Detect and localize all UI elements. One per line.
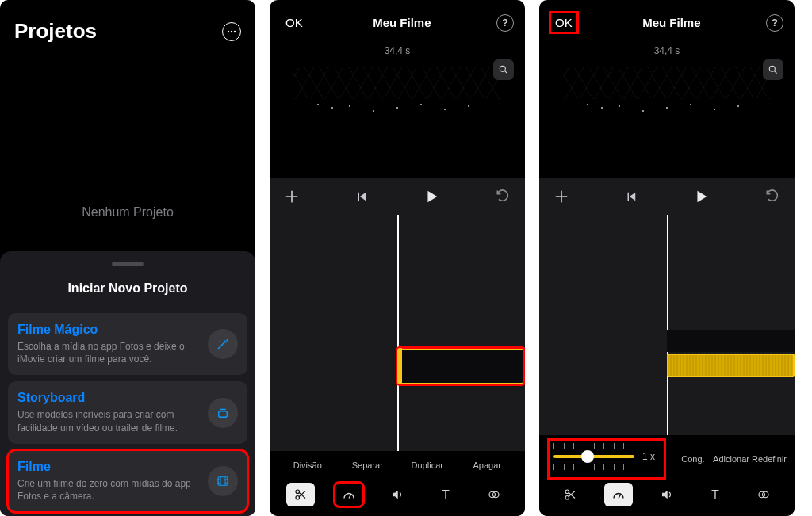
help-button[interactable]: ? (766, 14, 783, 32)
empty-state-label: Nenhum Projeto (0, 55, 255, 251)
ok-button[interactable]: OK (281, 13, 308, 32)
option-desc: Escolha a mídia no app Fotos e deixe o i… (17, 340, 200, 365)
svg-point-1 (231, 30, 232, 32)
speed-strip[interactable] (667, 354, 795, 377)
clip-actions: Divisão Separar Duplicar Apagar (276, 456, 519, 478)
playhead[interactable] (667, 215, 668, 435)
option-title: Storyboard (17, 391, 200, 405)
overlap-circles-icon (487, 487, 501, 502)
plus-icon (284, 189, 300, 204)
speed-slider[interactable] (553, 443, 634, 470)
action-detach[interactable]: Separar (348, 461, 386, 470)
action-duplicate[interactable]: Duplicar (408, 461, 446, 470)
action-add[interactable]: Adicionar (712, 454, 750, 464)
editor-toolbar: 1 x Cong. Adicionar Redefinir (539, 435, 795, 516)
option-movie[interactable]: Filme Crie um filme do zero com mídias d… (8, 450, 247, 512)
speed-slider-wrap: 1 x (549, 440, 665, 478)
option-desc: Use modelos incríveis para criar com fac… (17, 408, 200, 434)
volume-tool[interactable] (383, 483, 412, 506)
sheet-grabber[interactable] (112, 262, 144, 266)
layers-icon (208, 398, 238, 428)
speaker-icon (660, 487, 674, 502)
clip-preview[interactable] (667, 330, 795, 352)
ok-button[interactable]: OK (550, 13, 577, 32)
sheet-title: Iniciar Novo Projeto (8, 281, 247, 296)
scissors-icon (563, 487, 577, 502)
new-project-sheet: Iniciar Novo Projeto Filme Mágico Escolh… (0, 251, 255, 516)
plus-icon (553, 189, 569, 204)
editor-header: OK Meu Filme ? (539, 0, 795, 40)
undo-button[interactable] (764, 189, 780, 204)
speed-tool[interactable] (604, 483, 633, 506)
movie-title: Meu Filme (642, 16, 700, 29)
panel-projects: Projetos Nenhum Projeto Iniciar Novo Pro… (0, 0, 255, 516)
timeline[interactable] (539, 215, 795, 435)
text-tool[interactable] (431, 483, 460, 506)
transport-bar (539, 178, 795, 215)
zoom-button[interactable] (763, 59, 783, 80)
play-button[interactable] (423, 188, 440, 205)
tool-icons (546, 478, 788, 506)
svg-rect-3 (219, 411, 228, 417)
timeline[interactable] (270, 215, 525, 451)
speedometer-icon (611, 487, 626, 502)
tool-icons (276, 478, 519, 506)
svg-point-0 (228, 30, 229, 32)
action-reset[interactable]: Redefinir (750, 454, 788, 464)
time-label: 34,4 s (270, 45, 525, 56)
action-split[interactable]: Divisão (289, 461, 327, 470)
zoom-button[interactable] (493, 59, 514, 80)
rewind-button[interactable] (354, 189, 369, 204)
movie-title: Meu Filme (373, 16, 431, 29)
svg-point-10 (769, 66, 775, 71)
more-button[interactable] (222, 22, 241, 41)
option-desc: Crie um filme do zero com mídias do app … (17, 477, 200, 503)
help-button[interactable]: ? (496, 14, 514, 32)
time-label: 34,4 s (539, 45, 795, 56)
play-icon (692, 188, 710, 205)
magnifier-icon (768, 64, 779, 75)
slider-knob[interactable] (581, 450, 594, 463)
skip-back-icon (624, 189, 638, 204)
editor-toolbar: Divisão Separar Duplicar Apagar (270, 451, 525, 516)
selected-clip[interactable] (397, 348, 524, 384)
scissors-tool[interactable] (556, 483, 584, 506)
action-freeze[interactable]: Cong. (674, 454, 712, 464)
play-button[interactable] (692, 188, 710, 205)
volume-tool[interactable] (653, 483, 681, 506)
skip-back-icon (354, 189, 369, 204)
projects-title: Projetos (14, 19, 97, 44)
text-icon (439, 487, 453, 502)
speaker-icon (390, 487, 404, 502)
rewind-button[interactable] (624, 189, 638, 204)
undo-icon (764, 189, 780, 204)
svg-point-5 (500, 66, 505, 71)
option-title: Filme Mágico (17, 323, 200, 337)
svg-rect-4 (218, 477, 228, 486)
action-delete[interactable]: Apagar (468, 461, 506, 470)
option-magic-movie[interactable]: Filme Mágico Escolha a mídia no app Foto… (8, 313, 247, 375)
text-icon (708, 487, 722, 502)
text-tool[interactable] (701, 483, 730, 506)
editor-header: OK Meu Filme ? (270, 0, 525, 40)
video-preview[interactable] (270, 59, 525, 178)
playhead[interactable] (397, 215, 399, 451)
magnifier-icon (498, 64, 509, 75)
option-title: Filme (17, 460, 200, 474)
filters-tool[interactable] (480, 483, 508, 506)
filters-tool[interactable] (749, 483, 778, 506)
panel-editor-clip: OK Meu Filme ? 34,4 s Divisão Separar Du… (270, 0, 525, 516)
scissors-tool[interactable] (286, 483, 315, 506)
wand-icon (208, 329, 238, 359)
scissors-icon (293, 487, 308, 502)
option-storyboard[interactable]: Storyboard Use modelos incríveis para cr… (8, 381, 247, 443)
video-preview[interactable] (539, 59, 795, 178)
clip-left-handle[interactable] (397, 348, 402, 384)
undo-button[interactable] (495, 189, 511, 204)
add-media-button[interactable] (553, 189, 569, 204)
speed-tool[interactable] (335, 483, 363, 506)
play-icon (423, 188, 440, 205)
speedometer-icon (342, 487, 356, 502)
add-media-button[interactable] (284, 189, 300, 204)
svg-point-14 (763, 491, 769, 498)
